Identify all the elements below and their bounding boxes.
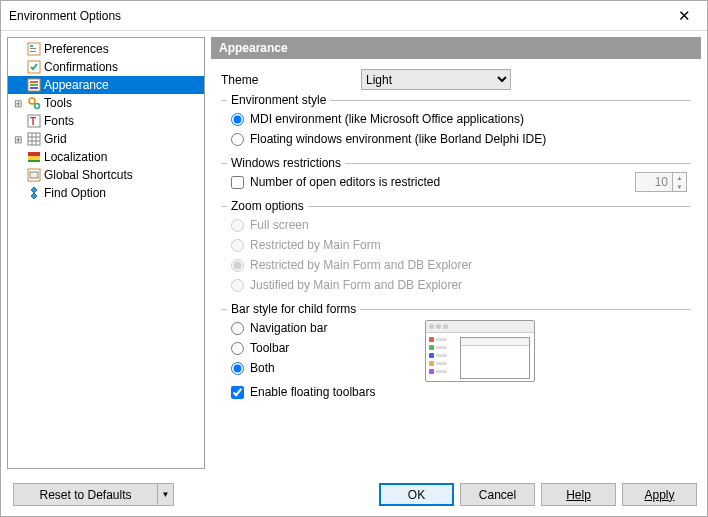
toolbar-radio[interactable]: [231, 342, 244, 355]
panel-title: Appearance: [211, 37, 701, 59]
num-editors-spinner[interactable]: ▲▼: [635, 172, 687, 192]
tree-item-appearance[interactable]: Appearance: [8, 76, 204, 94]
svg-rect-3: [30, 51, 36, 52]
svg-point-10: [35, 104, 40, 109]
floating-toolbars-row[interactable]: Enable floating toolbars: [231, 382, 375, 402]
appearance-icon: [26, 77, 42, 93]
svg-rect-6: [30, 81, 38, 83]
grid-icon: [26, 131, 42, 147]
apply-button[interactable]: Apply: [622, 483, 697, 506]
main-panel: Appearance Theme Light Environment style…: [211, 37, 701, 469]
restrictions-legend: Windows restrictions: [227, 156, 345, 170]
barstyle-preview: [425, 320, 535, 382]
find-icon: [26, 185, 42, 201]
num-editors-input[interactable]: [636, 173, 672, 191]
panel-body: Theme Light Environment style MDI enviro…: [211, 59, 701, 469]
env-style-legend: Environment style: [227, 93, 330, 107]
fonts-icon: T: [26, 113, 42, 129]
env-style-group: Environment style MDI environment (like …: [221, 100, 691, 153]
spinner-up-icon[interactable]: ▲: [673, 173, 686, 182]
both-radio[interactable]: [231, 362, 244, 375]
footer: Reset to Defaults ▼ OK Cancel Help Apply: [1, 475, 707, 516]
num-restricted-checkbox[interactable]: [231, 176, 244, 189]
tree-item-preferences[interactable]: Preferences: [8, 40, 204, 58]
mdi-radio-row[interactable]: MDI environment (like Microsoft Office a…: [231, 109, 687, 129]
barstyle-group: Bar style for child forms Navigation bar…: [221, 309, 691, 406]
tree-item-localization[interactable]: Localization: [8, 148, 204, 166]
zoom-main-db-row: Restricted by Main Form and DB Explorer: [231, 255, 687, 275]
tree-item-label: Global Shortcuts: [44, 168, 133, 182]
help-button[interactable]: Help: [541, 483, 616, 506]
expand-icon[interactable]: ⊞: [12, 98, 24, 109]
close-button[interactable]: ✕: [662, 1, 707, 30]
chevron-down-icon[interactable]: ▼: [158, 483, 174, 506]
both-row[interactable]: Both: [231, 358, 375, 378]
ok-button[interactable]: OK: [379, 483, 454, 506]
preferences-icon: [26, 41, 42, 57]
tree-item-label: Grid: [44, 132, 67, 146]
theme-select[interactable]: Light: [361, 69, 511, 90]
mdi-label: MDI environment (like Microsoft Office a…: [250, 112, 524, 126]
nav-bar-row[interactable]: Navigation bar: [231, 318, 375, 338]
tree-item-find-option[interactable]: Find Option: [8, 184, 204, 202]
toolbar-row[interactable]: Toolbar: [231, 338, 375, 358]
svg-rect-13: [28, 133, 40, 145]
num-restricted-row[interactable]: Number of open editors is restricted: [231, 172, 440, 192]
tree-item-label: Find Option: [44, 186, 106, 200]
floating-radio[interactable]: [231, 133, 244, 146]
shortcuts-icon: [26, 167, 42, 183]
tree-item-label: Localization: [44, 150, 107, 164]
nav-bar-radio[interactable]: [231, 322, 244, 335]
zoom-main-row: Restricted by Main Form: [231, 235, 687, 255]
expand-icon[interactable]: ⊞: [12, 134, 24, 145]
svg-rect-22: [30, 172, 38, 178]
zoom-full-radio: [231, 219, 244, 232]
tree-item-fonts[interactable]: T Fonts: [8, 112, 204, 130]
tree-item-label: Preferences: [44, 42, 109, 56]
restrictions-group: Windows restrictions Number of open edit…: [221, 163, 691, 196]
zoom-main-radio: [231, 239, 244, 252]
tree-item-confirmations[interactable]: Confirmations: [8, 58, 204, 76]
localization-icon: [26, 149, 42, 165]
tree-item-label: Fonts: [44, 114, 74, 128]
mdi-radio[interactable]: [231, 113, 244, 126]
reset-defaults-button[interactable]: Reset to Defaults ▼: [13, 483, 174, 506]
theme-label: Theme: [221, 73, 351, 87]
floating-toolbars-checkbox[interactable]: [231, 386, 244, 399]
zoom-main-db-radio: [231, 259, 244, 272]
content-area: Preferences Confirmations Appearance ⊞ T…: [1, 31, 707, 475]
window-title: Environment Options: [9, 9, 662, 23]
confirmations-icon: [26, 59, 42, 75]
svg-rect-18: [28, 152, 40, 156]
barstyle-legend: Bar style for child forms: [227, 302, 360, 316]
zoom-legend: Zoom options: [227, 199, 308, 213]
tree-item-label: Confirmations: [44, 60, 118, 74]
zoom-group: Zoom options Full screen Restricted by M…: [221, 206, 691, 299]
svg-rect-1: [30, 45, 33, 47]
theme-row: Theme Light: [221, 69, 691, 90]
tree-item-global-shortcuts[interactable]: Global Shortcuts: [8, 166, 204, 184]
zoom-full-row: Full screen: [231, 215, 687, 235]
nav-tree[interactable]: Preferences Confirmations Appearance ⊞ T…: [7, 37, 205, 469]
tools-icon: [26, 95, 42, 111]
svg-rect-2: [30, 48, 36, 49]
tree-item-tools[interactable]: ⊞ Tools: [8, 94, 204, 112]
zoom-justified-radio: [231, 279, 244, 292]
spinner-down-icon[interactable]: ▼: [673, 182, 686, 191]
svg-rect-19: [28, 156, 40, 160]
zoom-justified-row: Justified by Main Form and DB Explorer: [231, 275, 687, 295]
cancel-button[interactable]: Cancel: [460, 483, 535, 506]
titlebar: Environment Options ✕: [1, 1, 707, 31]
svg-rect-8: [30, 87, 38, 89]
num-restricted-label: Number of open editors is restricted: [250, 175, 440, 189]
tree-item-grid[interactable]: ⊞ Grid: [8, 130, 204, 148]
tree-item-label: Appearance: [44, 78, 109, 92]
floating-radio-row[interactable]: Floating windows environment (like Borla…: [231, 129, 687, 149]
tree-item-label: Tools: [44, 96, 72, 110]
svg-rect-7: [30, 84, 38, 86]
svg-point-9: [29, 98, 35, 104]
floating-label: Floating windows environment (like Borla…: [250, 132, 546, 146]
svg-text:T: T: [30, 116, 36, 127]
svg-rect-20: [28, 160, 40, 162]
